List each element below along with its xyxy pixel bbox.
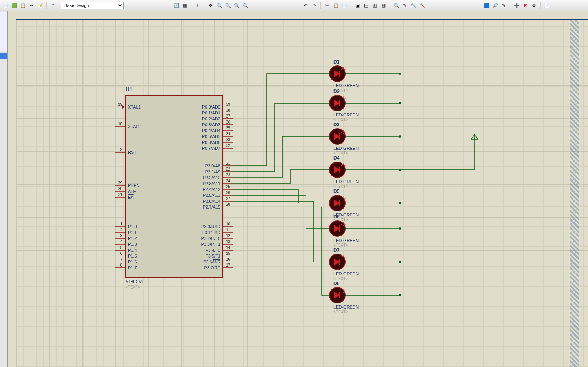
- paste-icon[interactable]: 📄: [340, 2, 348, 9]
- zoom-area-icon[interactable]: 🔍: [241, 2, 249, 9]
- led-ref: D2: [333, 89, 340, 94]
- pin-name: P0.0/AD0: [202, 105, 220, 109]
- tb-icon[interactable]: 📋: [19, 2, 27, 9]
- block-icon[interactable]: ▤: [362, 2, 370, 9]
- zoom-fit-icon[interactable]: 🔍: [233, 2, 240, 9]
- tb-icon[interactable]: 🟦: [482, 2, 490, 9]
- pin-num: 36: [226, 120, 231, 124]
- grid-icon[interactable]: ▦: [181, 2, 189, 9]
- pin-num: 17: [226, 263, 231, 267]
- pin-name: P1.7: [128, 265, 137, 270]
- tb-icon[interactable]: 🔃: [172, 2, 180, 9]
- pin-name: RST: [128, 150, 137, 154]
- pin-name: PSEN: [128, 183, 140, 188]
- tb-icon[interactable]: ✖: [521, 2, 529, 9]
- led-ref: D7: [333, 247, 340, 253]
- pin-name: P3.5/T1: [205, 254, 220, 258]
- block-icon[interactable]: ▥: [371, 2, 379, 9]
- led-ref: D3: [333, 122, 340, 127]
- pin-num: 27: [226, 196, 231, 201]
- schematic-canvas[interactable]: U1AT89C51<TEXT>19XTAL118XTAL29RST29PSEN3…: [8, 11, 588, 367]
- pin-num: 6: [120, 251, 122, 256]
- tool-icon[interactable]: ✎: [401, 2, 409, 9]
- led-text-ph: <TEXT>: [333, 151, 348, 155]
- cut-icon[interactable]: ✂: [323, 2, 331, 9]
- pin-name: P1.3: [128, 242, 137, 247]
- led-value: LED-GREEN: [333, 179, 359, 184]
- tb-icon[interactable]: 📄: [543, 2, 551, 9]
- pin-name: ALE: [128, 189, 136, 194]
- side-panel: [0, 11, 8, 367]
- design-selector[interactable]: Base Design: [61, 2, 124, 9]
- power-wire[interactable]: [400, 134, 475, 170]
- pin-name: XTAL2: [128, 124, 141, 129]
- led-text-ph: <TEXT>: [333, 310, 348, 314]
- pin-name: P0.5/AD5: [202, 134, 220, 139]
- pin-name: P2.5/A13: [203, 193, 220, 198]
- pin-name: P0.3/AD3: [202, 122, 220, 127]
- pin-num: 13: [226, 240, 231, 244]
- pin-name: P2.6/A14: [203, 199, 220, 203]
- pin-num: 4: [120, 240, 122, 244]
- wire[interactable]: [233, 103, 325, 172]
- pin-name: P1.6: [128, 260, 137, 264]
- crosshair-icon[interactable]: +: [194, 2, 202, 9]
- pin-num: 25: [226, 185, 231, 189]
- wire[interactable]: [233, 74, 325, 166]
- pin-name: P3.4/T0: [205, 248, 220, 253]
- tb-icon[interactable]: ✎: [500, 2, 508, 9]
- pin-num: 34: [226, 132, 231, 136]
- pin-name: P3.7/RD: [204, 265, 220, 270]
- pan-icon[interactable]: ✥: [207, 2, 215, 9]
- pin-num: 16: [226, 257, 231, 262]
- tb-icon[interactable]: 📝: [36, 2, 44, 9]
- pin-num: 10: [226, 222, 231, 226]
- svg-point-70: [399, 169, 401, 171]
- wire[interactable]: [233, 207, 325, 295]
- pin-name: P0.1/AD1: [202, 111, 220, 115]
- pin-num: 33: [226, 138, 231, 142]
- led-text-ph: <TEXT>: [333, 276, 348, 281]
- zoom-icon[interactable]: 🔍: [392, 2, 400, 9]
- pin-num: 9: [120, 147, 122, 152]
- overview-thumb[interactable]: [0, 12, 7, 51]
- find-icon[interactable]: 🔎: [491, 2, 499, 9]
- block-icon[interactable]: ▣: [353, 2, 361, 9]
- tb-icon[interactable]: 🟩: [10, 2, 18, 9]
- led-value: LED-GREEN: [333, 146, 359, 151]
- pin-name: P2.7/A15: [203, 205, 220, 209]
- tool-icon[interactable]: 🔨: [418, 2, 426, 9]
- tool-icon[interactable]: 🔧: [410, 2, 417, 9]
- redo-icon[interactable]: ↷: [310, 2, 318, 9]
- tb-icon[interactable]: 📄: [2, 2, 9, 9]
- pin-num: 2: [120, 228, 122, 232]
- wire[interactable]: [233, 195, 325, 229]
- pin-name: P2.2/A10: [203, 175, 220, 180]
- side-selection[interactable]: [0, 53, 7, 59]
- zoom-out-icon[interactable]: 🔍: [224, 2, 232, 9]
- led-value: LED-GREEN: [333, 271, 359, 276]
- pin-name: P3.0/RXD: [201, 224, 220, 229]
- tb-icon[interactable]: ⚙: [530, 2, 538, 9]
- pin-name: EA: [128, 195, 134, 200]
- pin-num: 32: [226, 144, 231, 148]
- wire[interactable]: [233, 201, 325, 262]
- pin-name: P3.6/WR: [203, 260, 220, 264]
- led-ref: D8: [333, 281, 340, 286]
- block-icon[interactable]: ▦: [379, 2, 387, 9]
- copy-icon[interactable]: 📋: [332, 2, 340, 9]
- undo-icon[interactable]: ↶: [302, 2, 309, 9]
- pin-name: P1.1: [128, 230, 137, 235]
- pin-name: P1.4: [128, 248, 137, 253]
- led-ref: D1: [333, 59, 340, 65]
- tb-icon[interactable]: ➕: [513, 2, 521, 9]
- led-text-ph: <TEXT>: [333, 243, 348, 247]
- help-icon[interactable]: ?: [49, 2, 57, 9]
- tb-icon[interactable]: ↔: [27, 2, 35, 9]
- zoom-in-icon[interactable]: 🔍: [215, 2, 223, 9]
- led-ref: D4: [333, 155, 340, 161]
- pin-name: P3.3/INT1: [201, 242, 220, 247]
- pin-num: 29: [118, 181, 123, 185]
- pin-num: 31: [118, 193, 123, 197]
- pin-num: 39: [226, 102, 231, 107]
